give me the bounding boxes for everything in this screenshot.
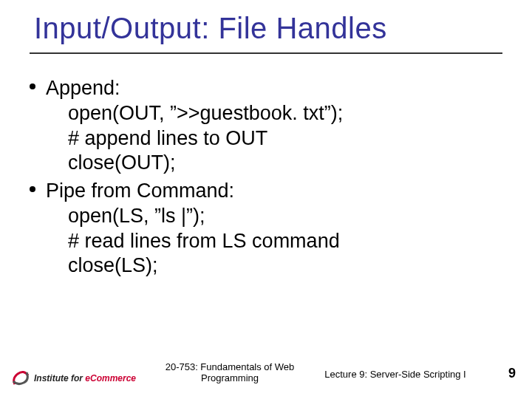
code-line: close(LS); (68, 253, 502, 279)
bullet-label: Pipe from Command: (46, 180, 234, 202)
bullet-pipe: Pipe from Command: open(LS, ”ls |”); # r… (46, 179, 502, 279)
code-line: open(LS, ”ls |”); (68, 204, 502, 229)
logo-text: Institute for eCommerce (34, 373, 136, 383)
bullet-append: Append: open(OUT, ”>>guestbook. txt”); #… (46, 76, 502, 176)
footer: Institute for eCommerce 20-753: Fundamen… (0, 350, 532, 390)
footer-logo: Institute for eCommerce (10, 368, 136, 389)
footer-lecture: Lecture 9: Server-Side Scripting I (310, 369, 480, 380)
code-line: open(OUT, ”>>guestbook. txt”); (68, 101, 502, 126)
bullet-dot-icon (30, 83, 35, 89)
slide: Input/Output: File Handles Append: open(… (0, 0, 532, 399)
logo-word: eCommerce (85, 373, 136, 383)
logo-icon (10, 368, 31, 389)
page-number: 9 (508, 366, 516, 381)
bullet-label: Append: (46, 77, 120, 99)
bullet-dot-icon (30, 186, 35, 192)
slide-title: Input/Output: File Handles (0, 0, 532, 50)
footer-course: 20-753: Fundamentals of Web Programming (160, 361, 300, 384)
logo-prefix: Institute for (34, 373, 85, 383)
slide-body: Append: open(OUT, ”>>guestbook. txt”); #… (0, 54, 532, 279)
code-line: close(OUT); (68, 151, 502, 176)
code-line: # append lines to OUT (68, 126, 502, 151)
code-line: # read lines from LS command (68, 229, 502, 254)
